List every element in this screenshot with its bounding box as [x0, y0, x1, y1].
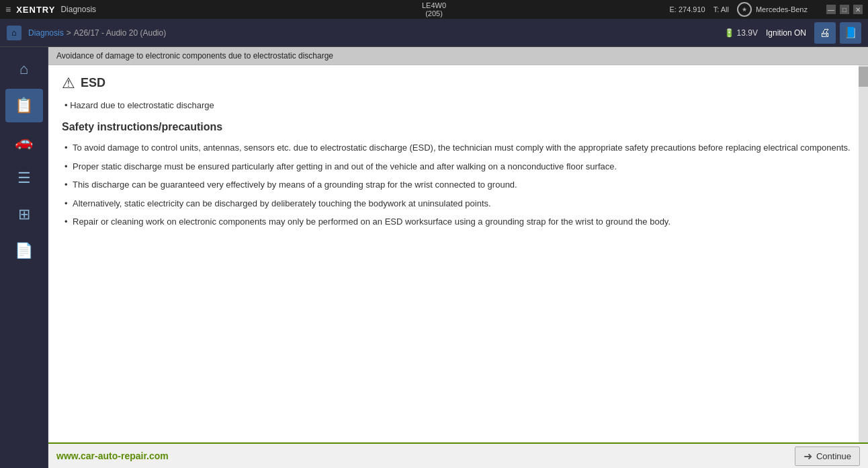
hamburger-menu-icon[interactable]: ≡ — [5, 4, 11, 15]
sidebar-item-list[interactable]: ☰ — [5, 161, 43, 195]
sidebar-item-home[interactable]: ⌂ — [5, 52, 43, 86]
esd-bullet-dot: • — [64, 100, 68, 110]
section-header-text: Avoidance of damage to electronic compon… — [56, 51, 333, 61]
sidebar-item-report[interactable]: 📄 — [5, 234, 43, 268]
title-bar-center: LE4W0 (205) — [422, 1, 446, 17]
top-bar-right: 🔋 13.9V Ignition ON 🖨 📘 — [724, 22, 861, 44]
maximize-button[interactable]: □ — [840, 5, 849, 14]
breadcrumb-separator: > — [67, 28, 71, 38]
breadcrumb-current-item: A26/17 - Audio 20 (Audio) — [74, 28, 166, 38]
main-layout: ⌂ 📋 🚗 ☰ ⊞ 📄 Avoidance of damage to elect… — [0, 47, 868, 468]
print-button[interactable]: 🖨 — [814, 22, 836, 44]
safety-title-label: Safety instructions/precautions — [62, 121, 855, 133]
warning-triangle-icon: ⚠ — [62, 75, 75, 92]
top-bar: ⌂ Diagnosis > A26/17 - Audio 20 (Audio) … — [0, 19, 868, 47]
sidebar-item-vehicle[interactable]: 🚗 — [5, 125, 43, 159]
esd-warning-block: ⚠ ESD — [62, 76, 855, 92]
breadcrumb-diagnosis[interactable]: Diagnosis — [28, 28, 64, 38]
bullet-item-3: Alternatively, static electricity can be… — [62, 197, 855, 210]
section-header: Avoidance of damage to electronic compon… — [48, 47, 868, 65]
mercedes-circle-icon: ★ — [737, 2, 752, 17]
scrollbar-thumb[interactable] — [859, 67, 868, 87]
close-button[interactable]: ✕ — [853, 5, 863, 14]
battery-voltage-label: 13.9V — [737, 28, 758, 38]
bullet-item-2: This discharge can be guaranteed very ef… — [62, 178, 855, 192]
help-button[interactable]: 📘 — [840, 22, 861, 44]
breadcrumb: Diagnosis > A26/17 - Audio 20 (Audio) — [28, 28, 166, 38]
sidebar-item-diagnostics[interactable]: 📋 — [5, 89, 43, 122]
esd-hazard-label: • Hazard due to electrostatic discharge — [62, 100, 855, 110]
battery-area: 🔋 13.9V — [724, 28, 758, 38]
esd-hazard-text: Hazard due to electrostatic discharge — [70, 100, 214, 110]
battery-icon: 🔋 — [724, 28, 734, 38]
home-icon: ⌂ — [11, 28, 17, 38]
continue-button[interactable]: ➜ Continue — [795, 446, 860, 466]
temp-label: T: All — [713, 5, 729, 13]
diagnostics-sidebar-icon: 📋 — [15, 97, 33, 114]
app-name-label: XENTRY — [16, 5, 55, 15]
doc-content[interactable]: ⚠ ESD • Hazard due to electrostatic disc… — [48, 65, 868, 442]
bullet-item-4: Repair or cleaning work on electronic co… — [62, 215, 855, 229]
vehicle-sidebar-icon: 🚗 — [15, 133, 33, 151]
bullet-item-0: To avoid damage to control units, antenn… — [62, 141, 855, 155]
report-sidebar-icon: 📄 — [15, 242, 33, 260]
home-nav-icon[interactable]: ⌂ — [7, 26, 21, 40]
app-subtitle-label: Diagnosis — [60, 5, 96, 14]
window-controls[interactable]: — □ ✕ — [826, 5, 863, 14]
toolbar-icons: 🖨 📘 — [814, 22, 861, 44]
continue-label: Continue — [816, 451, 851, 461]
coords-label: (205) — [425, 9, 443, 17]
scrollbar-track[interactable] — [859, 65, 868, 442]
mercedes-name-label: Mercedes-Benz — [756, 5, 808, 13]
ignition-status-label: Ignition ON — [766, 28, 806, 38]
grid-sidebar-icon: ⊞ — [18, 206, 30, 223]
vehicle-id-label: LE4W0 — [422, 1, 446, 9]
home-sidebar-icon: ⌂ — [19, 61, 28, 78]
bullet-item-1: Proper static discharge must be ensured … — [62, 160, 855, 173]
sidebar-item-grid[interactable]: ⊞ — [5, 198, 43, 231]
sidebar: ⌂ 📋 🚗 ☰ ⊞ 📄 — [0, 47, 48, 468]
minimize-button[interactable]: — — [826, 5, 836, 14]
watermark-label: www.car-auto-repair.com — [56, 451, 169, 461]
title-bar-right: E: 274.910 T: All ★ Mercedes-Benz — □ ✕ — [670, 2, 863, 17]
continue-arrow-icon: ➜ — [804, 450, 812, 463]
list-sidebar-icon: ☰ — [17, 169, 31, 187]
elevation-label: E: 274.910 — [670, 5, 705, 13]
mercedes-logo-area: ★ Mercedes-Benz — [737, 2, 808, 17]
bottom-bar: www.car-auto-repair.com ➜ Continue — [48, 442, 868, 468]
content-area: Avoidance of damage to electronic compon… — [48, 47, 868, 468]
title-bar: ≡ XENTRY Diagnosis LE4W0 (205) E: 274.91… — [0, 0, 868, 19]
esd-title-label: ESD — [81, 76, 105, 90]
